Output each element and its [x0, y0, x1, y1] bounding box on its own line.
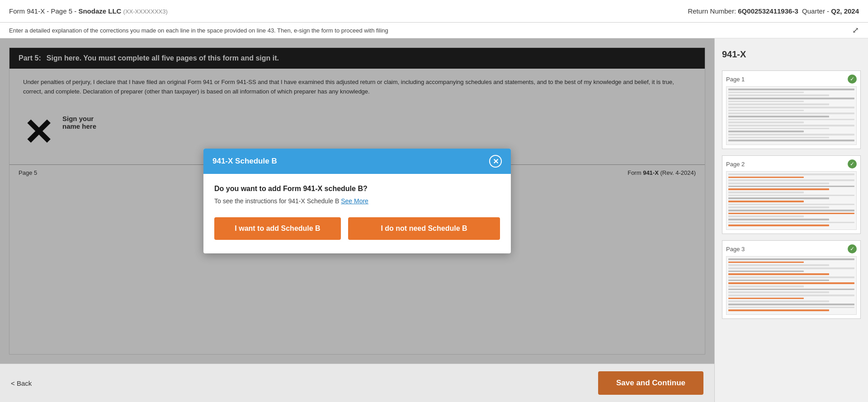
modal-close-button[interactable]: ✕	[489, 155, 502, 168]
quarter-value: Q2, 2024	[831, 7, 859, 15]
quarter-label: Quarter -	[802, 7, 831, 15]
return-label: Return Number:	[688, 7, 736, 15]
header-left: Form 941-X - Page 5 - Snodaze LLC (XX-XX…	[9, 7, 168, 15]
page-3-thumb-header: Page 3 ✓	[726, 244, 857, 253]
subtitle-text: Enter a detailed explanation of the corr…	[9, 27, 388, 34]
form-area: Part 5: Sign here. You must complete all…	[0, 38, 714, 402]
main-layout: Part 5: Sign here. You must complete all…	[0, 38, 868, 402]
sidebar-title: 941-X	[722, 46, 861, 63]
page-3-thumb-img	[726, 256, 857, 315]
bottom-bar: < Back Save and Continue	[0, 364, 714, 402]
no-schedule-b-button[interactable]: I do not need Schedule B	[348, 217, 500, 240]
page-3-thumbnail[interactable]: Page 3 ✓	[722, 240, 861, 319]
header-right: Return Number: 6Q002532411936-3 Quarter …	[688, 7, 859, 15]
form-label: Form 941-X - Page 5 -	[9, 7, 78, 15]
see-more-link[interactable]: See More	[341, 197, 368, 205]
modal-instruction: To see the instructions for 941-X Schedu…	[214, 197, 500, 205]
modal-title: 941-X Schedule B	[212, 157, 277, 166]
page-2-thumbnail[interactable]: Page 2 ✓	[722, 155, 861, 234]
page-1-label: Page 1	[726, 76, 745, 83]
add-schedule-b-button[interactable]: I want to add Schedule B	[214, 217, 341, 240]
return-number: 6Q002532411936-3	[738, 7, 798, 15]
save-continue-button[interactable]: Save and Continue	[598, 371, 703, 395]
page-1-check: ✓	[848, 75, 857, 84]
modal-question: Do you want to add Form 941-X schedule B…	[214, 185, 500, 193]
schedule-b-modal: 941-X Schedule B ✕ Do you want to add Fo…	[203, 149, 511, 253]
page-2-thumb-img	[726, 171, 857, 230]
modal-buttons: I want to add Schedule B I do not need S…	[214, 217, 500, 240]
company-name: Snodaze LLC	[78, 7, 121, 15]
page-1-thumb-header: Page 1 ✓	[726, 75, 857, 84]
page-3-label: Page 3	[726, 246, 745, 252]
modal-overlay: 941-X Schedule B ✕ Do you want to add Fo…	[9, 48, 705, 354]
page-2-check: ✓	[848, 159, 857, 168]
company-ein: (XX-XXXXXXX3)	[123, 8, 168, 15]
page-1-thumb-img	[726, 86, 857, 145]
page-1-thumbnail[interactable]: Page 1 ✓	[722, 70, 861, 149]
sidebar: 941-X Page 1 ✓	[714, 38, 868, 402]
page-2-thumb-header: Page 2 ✓	[726, 159, 857, 168]
modal-header: 941-X Schedule B ✕	[203, 149, 511, 174]
expand-icon[interactable]: ⤢	[852, 25, 859, 35]
page-3-check: ✓	[848, 244, 857, 253]
subtitle-bar: Enter a detailed explanation of the corr…	[0, 23, 868, 38]
back-button[interactable]: < Back	[11, 379, 32, 387]
page-2-label: Page 2	[726, 161, 745, 168]
page-header: Form 941-X - Page 5 - Snodaze LLC (XX-XX…	[0, 0, 868, 23]
form-page: Part 5: Sign here. You must complete all…	[9, 47, 705, 355]
modal-body: Do you want to add Form 941-X schedule B…	[203, 174, 511, 253]
